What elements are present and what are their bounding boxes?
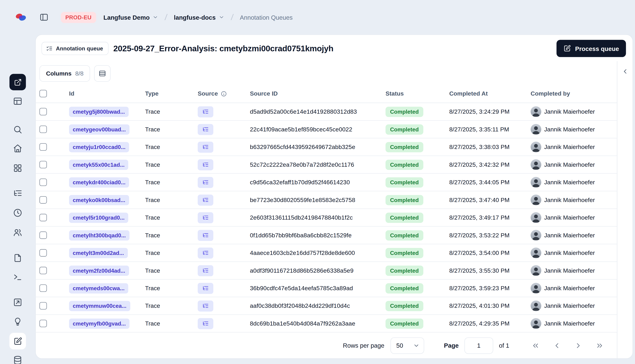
row-checkbox[interactable] — [39, 302, 47, 310]
row-checkbox[interactable] — [39, 232, 47, 239]
table-row[interactable]: cmetymeds00cwa... Trace 36b90cdfc47e5da1… — [36, 280, 617, 297]
trace-source-chip[interactable] — [198, 194, 213, 205]
sidebar-item-traces[interactable] — [13, 188, 23, 198]
row-completed-at: 8/27/2025, 3:55:30 PM — [447, 267, 528, 274]
row-source-id: b63297665cfd4439592649672abb325e — [248, 144, 383, 150]
table-row[interactable]: cmetyk55x00c1ad... Trace 52c72c2222ea78e… — [36, 156, 617, 174]
row-id-link[interactable]: cmetymmuw00cea... — [69, 301, 130, 311]
table-row[interactable]: cmetyko0k00bsad... Trace be7723e30d80205… — [36, 191, 617, 209]
sidebar-item-annotation-active[interactable] — [10, 333, 26, 349]
next-page-button[interactable] — [571, 338, 586, 353]
table-row[interactable]: cmetykdr400ciad0... Trace c9d56ca32efaff… — [36, 174, 617, 191]
trace-source-chip[interactable] — [198, 212, 213, 223]
row-checkbox[interactable] — [39, 108, 47, 116]
row-id-link[interactable]: cmetylht300bqad0... — [69, 230, 130, 240]
columns-button[interactable]: Columns 8/8 — [39, 65, 90, 82]
row-id-link[interactable]: cmetyl5r100grad0... — [69, 212, 128, 222]
table-row[interactable]: cmetylht300bqad0... Trace 0f1dd65b7bb9bf… — [36, 226, 617, 244]
sidebar-item-tables[interactable] — [13, 96, 23, 106]
column-header-completed-at[interactable]: Completed At — [447, 90, 528, 96]
trace-source-chip[interactable] — [198, 247, 213, 258]
table-row[interactable]: cmetym2fz00d4ad... Trace a0df3f901167218… — [36, 262, 617, 280]
sidebar-item-home[interactable] — [13, 144, 23, 153]
user-avatar — [531, 106, 541, 117]
table-row[interactable]: cmetymmuw00cea... Trace aaf0c38db0f3f204… — [36, 297, 617, 315]
previous-page-button[interactable] — [549, 338, 564, 353]
row-id-link[interactable]: cmetygeov00buad... — [69, 124, 130, 134]
row-height-button[interactable] — [94, 65, 111, 82]
trace-source-chip[interactable] — [198, 124, 213, 135]
person-icon — [531, 318, 541, 329]
table-row[interactable]: cmetylt3m00d2ad... Trace 4aaece1603cb2e1… — [36, 244, 617, 262]
sidebar-item-users[interactable] — [13, 228, 23, 237]
trace-source-chip[interactable] — [198, 177, 213, 188]
row-checkbox[interactable] — [39, 267, 47, 274]
top-bar: PROD-EU Langfuse Demo / langfuse-docs / … — [0, 0, 635, 34]
table-row[interactable]: cmetymyfb00gvad... Trace 8dc69b1ba1e540b… — [36, 315, 617, 332]
row-checkbox[interactable] — [39, 126, 47, 133]
page-number-input[interactable] — [464, 337, 493, 354]
sidebar-item-evaluation[interactable] — [13, 298, 23, 307]
project-selector[interactable]: langfuse-docs — [174, 14, 224, 21]
row-id-link[interactable]: cmetykdr400ciad0... — [69, 177, 129, 187]
completed-by-name: Jannik Maierhoefer — [544, 302, 595, 309]
row-id-link[interactable]: cmetyg5j800bwad... — [69, 106, 129, 117]
table-row[interactable]: cmetygeov00buad... Trace 22c41f09acae5b1… — [36, 121, 617, 138]
annotation-queue-badge[interactable]: Annotation queue — [42, 42, 108, 55]
trace-source-chip[interactable] — [198, 106, 213, 117]
row-id-link[interactable]: cmetylt3m00d2ad... — [69, 248, 128, 258]
row-checkbox[interactable] — [39, 178, 47, 186]
completed-by-name: Jannik Maierhoefer — [544, 144, 595, 150]
row-checkbox[interactable] — [39, 214, 47, 221]
trace-source-chip[interactable] — [198, 265, 213, 276]
chevrons-left-icon — [531, 341, 540, 350]
table-row[interactable]: cmetyju1r00ccad0... Trace b63297665cfd44… — [36, 138, 617, 156]
row-id-link[interactable]: cmetymyfb00gvad... — [69, 318, 130, 328]
column-header-source-id[interactable]: Source ID — [248, 90, 383, 96]
select-all-checkbox[interactable] — [39, 90, 47, 97]
trace-source-chip[interactable] — [198, 300, 213, 311]
row-checkbox[interactable] — [39, 284, 47, 292]
row-checkbox[interactable] — [39, 249, 47, 256]
row-source-id: 8dc69b1ba1e540b4d084a7f9262a3aae — [248, 320, 383, 327]
sidebar-item-insights[interactable] — [13, 317, 23, 326]
column-header-status[interactable]: Status — [383, 90, 447, 96]
column-header-id[interactable]: Id — [67, 90, 143, 96]
trace-source-chip[interactable] — [198, 142, 213, 152]
row-checkbox[interactable] — [39, 320, 47, 327]
row-id-link[interactable]: cmetyko0k00bsad... — [69, 195, 129, 205]
column-header-source[interactable]: Source — [195, 90, 248, 96]
trace-source-chip[interactable] — [198, 159, 213, 170]
row-id-link[interactable]: cmetyk55x00c1ad... — [69, 160, 128, 170]
row-id-link[interactable]: cmetymeds00cwa... — [69, 283, 128, 293]
sidebar-item-datasets[interactable] — [13, 356, 23, 364]
column-header-type[interactable]: Type — [143, 90, 195, 96]
column-header-completed-by[interactable]: Completed by — [528, 90, 617, 96]
row-id-link[interactable]: cmetyju1r00ccad0... — [69, 142, 129, 152]
environment-badge[interactable]: PROD-EU — [61, 12, 96, 23]
collapse-panel-icon[interactable] — [621, 68, 629, 75]
last-page-button[interactable] — [592, 338, 607, 353]
trace-source-chip[interactable] — [198, 230, 213, 241]
process-queue-button[interactable]: Process queue — [557, 40, 626, 57]
trace-source-chip[interactable] — [198, 318, 213, 329]
content-card: Annotation queue 2025-09-27_Error-Analys… — [35, 34, 633, 359]
sidebar-item-prompts[interactable] — [13, 253, 23, 263]
sidebar-item-dashboards[interactable] — [13, 164, 23, 173]
rows-per-page-select[interactable]: 50 — [390, 337, 424, 354]
first-page-button[interactable] — [528, 338, 543, 353]
open-app-button[interactable] — [10, 74, 26, 90]
org-selector[interactable]: Langfuse Demo — [103, 14, 158, 21]
sidebar-toggle-icon[interactable] — [39, 13, 48, 22]
sidebar-item-search[interactable] — [13, 125, 23, 134]
table-row[interactable]: cmetyg5j800bwad... Trace d5ad9d52a00c6e1… — [36, 103, 617, 120]
sidebar-item-sessions[interactable] — [13, 208, 23, 218]
row-checkbox[interactable] — [39, 196, 47, 204]
trace-source-chip[interactable] — [198, 283, 213, 294]
row-checkbox[interactable] — [39, 161, 47, 168]
row-id-link[interactable]: cmetym2fz00d4ad... — [69, 266, 129, 276]
table-row[interactable]: cmetyl5r100grad0... Trace 2e603f31361115… — [36, 209, 617, 226]
sidebar-item-playground[interactable] — [13, 272, 23, 282]
info-icon[interactable] — [221, 90, 227, 96]
row-checkbox[interactable] — [39, 143, 47, 150]
